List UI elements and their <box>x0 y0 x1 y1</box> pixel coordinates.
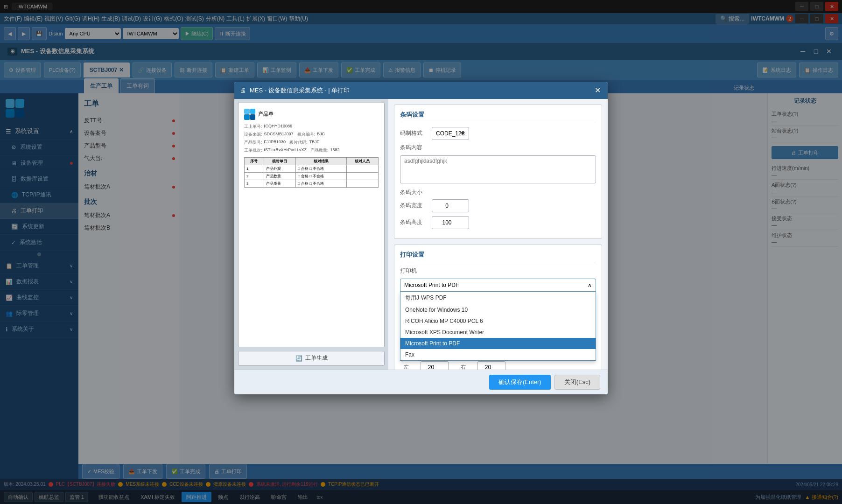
left-margin-input[interactable] <box>421 361 449 370</box>
content-row: 条码内容 <box>400 144 596 152</box>
modal-header: 🖨 MES - 设备数信息采集系统 - | 单打印 ✕ <box>234 82 608 99</box>
generate-btn[interactable]: 🔄 工单生成 <box>238 351 385 366</box>
th-id: 序号 <box>245 157 264 165</box>
height-label: 条码高度 <box>400 218 428 226</box>
check-fail3: □ 不合格 <box>309 182 324 186</box>
width-label: 条码宽度 <box>400 202 428 210</box>
right-margin-input[interactable] <box>477 361 505 370</box>
row1-id: 1 <box>245 165 264 172</box>
confirm-save-btn[interactable]: 确认保存(Enter) <box>489 375 551 390</box>
doc-field-shard: 板片代码: TBJF <box>289 140 319 146</box>
print-modal: 🖨 MES - 设备数信息采集系统 - | 单打印 ✕ <box>234 82 608 394</box>
row3-result: □ 合格 □ 不合格 <box>295 180 346 187</box>
doc-model-value: FJJPB1030 <box>264 140 286 146</box>
doc-device-label: 设备来源: <box>244 132 262 138</box>
content-textarea[interactable] <box>400 155 596 183</box>
printer-option-wps[interactable]: 每用J-WPS PDF <box>400 292 596 304</box>
printer-dropdown-container: Microsoft Print to PDF ∧ 每用J-WPS PDF One… <box>400 279 596 292</box>
check-pass2: □ 合格 <box>298 174 309 178</box>
row1-result: □ 合格 □ 不合格 <box>295 165 346 172</box>
doc-row-device: 设备来源: SDCSMB1J007 机台编号: BJC <box>244 131 379 139</box>
modal-icon: 🖨 <box>240 87 246 94</box>
printer-label: 打印机 <box>400 267 428 275</box>
barcode-section-title: 条码设置 <box>400 111 596 122</box>
format-select-container: CODE_128 <box>432 127 596 140</box>
doc-field-machine: 机台编号: BJC <box>297 132 325 138</box>
printer-option-ricoh[interactable]: RICOH Aficio MP C4000 PCL 6 <box>400 315 596 327</box>
printer-label-row: 打印机 <box>400 267 596 275</box>
refresh-icon: 🔄 <box>295 355 302 362</box>
height-row: 条码高度 <box>400 216 596 229</box>
printer-option-pdf[interactable]: Microsoft Print to PDF <box>400 338 596 349</box>
modal-close-btn[interactable]: ✕ <box>593 86 602 95</box>
row3-person <box>346 180 378 187</box>
doc-device-value: SDCSMB1J007 <box>264 132 294 138</box>
doc-batch-value: tSTlcxRvXHrPorLLvXZ <box>264 147 307 154</box>
doc-row-model: 产品型号: FJJPB1030 板片代码: TBJF <box>244 139 379 147</box>
format-row: 码制格式 CODE_128 <box>400 127 596 140</box>
settings-panels: 条码设置 码制格式 CODE_128 条码内容 <box>388 99 608 370</box>
modal-overlay: 🖨 MES - 设备数信息采集系统 - | 单打印 ✕ <box>0 0 842 504</box>
printer-option-fax[interactable]: Fax <box>400 349 596 360</box>
size-label: 条码大小 <box>400 189 428 196</box>
printer-option-xps[interactable]: Microsoft XPS Document Writer <box>400 327 596 338</box>
modal-body: 产品单 工上单号: (CQHYD10086 设备来源: SDCSMB1J007 <box>234 99 608 370</box>
doc-field-batch: 工单批次: tSTlcxRvXHrPorLLvXZ <box>244 147 307 154</box>
content-label: 条码内容 <box>400 144 428 152</box>
doc-field-qty: 产品数量: 1582 <box>310 147 340 154</box>
doc-order-value: (CQHYD10086 <box>264 124 293 130</box>
barcode-settings-section: 条码设置 码制格式 CODE_128 条码内容 <box>394 105 602 239</box>
table-row: 1 产品外观 □ 合格 □ 不合格 <box>245 165 379 172</box>
printer-option-onenote[interactable]: OneNote for Windows 10 <box>400 304 596 315</box>
doc-machine-label: 机台编号: <box>297 132 316 138</box>
check-pass3: □ 合格 <box>298 182 309 186</box>
th-person: 核对人员 <box>346 157 378 165</box>
check-pass1: □ 合格 <box>298 167 309 171</box>
selected-printer-label: Microsoft Print to PDF <box>404 282 459 288</box>
printer-dropdown-btn[interactable]: Microsoft Print to PDF ∧ <box>400 279 596 292</box>
doc-machine-value: BJC <box>317 132 325 138</box>
preview-table: 序号 核对单日 核对结果 核对人员 1 产品外观 □ 合格 <box>244 157 379 188</box>
printer-dropdown-list: 每用J-WPS PDF OneNote for Windows 10 RICOH… <box>400 292 596 361</box>
preview-paper: 产品单 工上单号: (CQHYD10086 设备来源: SDCSMB1J007 <box>238 103 385 347</box>
doc-batch-label: 工单批次: <box>244 147 262 154</box>
height-input[interactable] <box>432 216 469 229</box>
row3-id: 3 <box>245 180 264 187</box>
modal-footer: 确认保存(Enter) 关闭(Esc) <box>234 370 608 394</box>
width-input[interactable] <box>432 199 469 212</box>
row1-item: 产品外观 <box>264 165 295 172</box>
doc-logo <box>244 109 255 120</box>
doc-field-order: 工上单号: (CQHYD10086 <box>244 124 379 130</box>
print-settings-section: 打印设置 打印机 Microsoft Print to PDF ∧ 每用J-WP… <box>394 245 602 370</box>
row2-result: □ 合格 □ 不合格 <box>295 172 346 180</box>
doc-header-row: 产品单 <box>244 109 379 120</box>
print-preview-panel: 产品单 工上单号: (CQHYD10086 设备来源: SDCSMB1J007 <box>234 99 388 370</box>
row2-person <box>346 172 378 180</box>
dropdown-arrow-icon: ∧ <box>588 282 592 288</box>
doc-field-device: 设备来源: SDCSMB1J007 <box>244 132 294 138</box>
modal-cancel-btn[interactable]: 关闭(Esc) <box>554 375 600 390</box>
th-result: 核对结果 <box>295 157 346 165</box>
table-row: 2 产品数量 □ 合格 □ 不合格 <box>245 172 379 180</box>
left-margin-label: 左 <box>404 364 418 370</box>
doc-shard-value: TBJF <box>309 140 320 146</box>
doc-order-label: 工上单号: <box>244 124 262 130</box>
row1-person <box>346 165 378 172</box>
doc-row-batch: 工单批次: tSTlcxRvXHrPorLLvXZ 产品数量: 1582 <box>244 147 379 154</box>
row2-id: 2 <box>245 172 264 180</box>
th-item: 核对单日 <box>264 157 295 165</box>
modal-title: MES - 设备数信息采集系统 - | 单打印 <box>250 86 350 95</box>
doc-model-label: 产品型号: <box>244 140 262 146</box>
check-fail1: □ 不合格 <box>309 167 324 171</box>
generate-label: 工单生成 <box>305 354 328 362</box>
doc-field-model: 产品型号: FJJPB1030 <box>244 140 286 146</box>
generate-section: 🔄 工单生成 <box>238 347 385 366</box>
doc-title: 产品单 <box>258 111 274 118</box>
row2-item: 产品数量 <box>264 172 295 180</box>
check-fail2: □ 不合格 <box>309 174 324 178</box>
format-select[interactable]: CODE_128 <box>432 127 469 140</box>
table-row: 3 产品质量 □ 合格 □ 不合格 <box>245 180 379 187</box>
width-row: 条码宽度 <box>400 199 596 212</box>
format-label: 码制格式 <box>400 129 428 137</box>
doc-qty-label: 产品数量: <box>310 147 329 154</box>
